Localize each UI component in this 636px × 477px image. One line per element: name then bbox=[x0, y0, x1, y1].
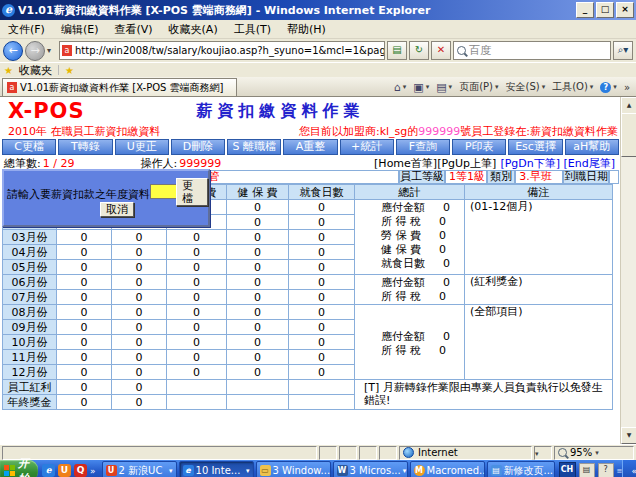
divider bbox=[58, 65, 59, 75]
home-icon: ⌂ bbox=[394, 81, 401, 94]
language-indicator[interactable]: CH bbox=[559, 462, 576, 477]
url-field[interactable]: a http://win2008/tw/salary/koujiao.asp?h… bbox=[59, 41, 385, 60]
taskbar-button-uc[interactable]: U 2 新浪UC▾ bbox=[102, 461, 177, 477]
protected-mode-panel[interactable]: ▾ bbox=[534, 446, 552, 460]
tab-active[interactable]: a V1.01薪資扣繳資料作業 [X-POS 雲端商務網] bbox=[2, 78, 237, 96]
cell-value: 0 bbox=[167, 290, 227, 305]
print-button[interactable]: ▤▾ bbox=[436, 81, 452, 94]
safety-menu-button[interactable]: 安全(S)▾ bbox=[505, 80, 545, 94]
cell-value: 0 bbox=[112, 245, 167, 260]
url-text: http://win2008/tw/salary/koujiao.asp?h_s… bbox=[75, 45, 385, 56]
menu-bar: 文件(F) 编辑(E) 查看(V) 收藏夹(A) 工具(T) 帮助(H) bbox=[0, 20, 636, 39]
confirm-button[interactable]: 更檔 bbox=[176, 178, 208, 206]
taskbar-button-explorer[interactable]: ▭ 3 Window...▾ bbox=[256, 461, 331, 477]
button-resigned-file[interactable]: S 離職檔 bbox=[227, 139, 281, 155]
history-dropdown-icon[interactable]: ▾ bbox=[47, 46, 57, 55]
windows-logo-icon bbox=[4, 465, 15, 476]
function-toolbar: C更檔 T轉錄 U更正 D刪除 S 離職檔 A重整 +統計 F查詢 P印表 Es… bbox=[0, 138, 621, 156]
overflow-chevron-icon[interactable]: » bbox=[624, 82, 630, 93]
add-favorite-icon[interactable]: ★ bbox=[65, 65, 74, 76]
minimize-button[interactable]: _ bbox=[576, 2, 594, 18]
start-button[interactable]: 开始 bbox=[0, 460, 38, 477]
hire-date-label: 到職日期 bbox=[563, 170, 609, 184]
totals-line: 勞 保 費0 bbox=[381, 228, 464, 242]
home-button[interactable]: ⌂▾ bbox=[394, 81, 407, 94]
search-go-button[interactable]: ⌕▾ bbox=[613, 41, 633, 60]
taskbar-button-word[interactable]: W 3 Micros...▾ bbox=[333, 461, 408, 477]
ie-quicklaunch-icon[interactable]: e bbox=[42, 464, 55, 477]
record-count-value: 1 / 29 bbox=[43, 157, 75, 170]
back-icon[interactable]: ← bbox=[3, 41, 23, 61]
restore-button[interactable]: □ bbox=[596, 2, 614, 18]
internet-zone-icon bbox=[403, 447, 414, 458]
menu-view[interactable]: 查看(V) bbox=[106, 22, 160, 37]
button-print[interactable]: P印表 bbox=[452, 139, 506, 155]
scroll-up-icon[interactable]: ▲ bbox=[621, 97, 636, 114]
button-correct[interactable]: U更正 bbox=[115, 139, 169, 155]
tools-menu-button[interactable]: 工具(O)▾ bbox=[552, 80, 593, 94]
qq-quicklaunch-icon[interactable]: Q bbox=[74, 464, 87, 477]
stop-button[interactable]: ✕ bbox=[431, 41, 451, 60]
quick-launch: e U Q » bbox=[38, 464, 100, 477]
totals-line: 所 得 稅0 bbox=[381, 343, 464, 357]
quicklaunch-chevron-icon[interactable]: » bbox=[90, 466, 96, 476]
close-button[interactable]: × bbox=[616, 2, 634, 18]
button-help[interactable]: aH幫助 bbox=[565, 139, 619, 155]
year-input-dialog: 請輸入要薪資扣款之年度資料 更檔 取消 bbox=[2, 169, 210, 227]
button-transfer[interactable]: T轉錄 bbox=[58, 139, 112, 155]
help-tray-icon[interactable]: ? bbox=[598, 463, 614, 477]
cell-value: 0 bbox=[57, 395, 112, 410]
button-change-file[interactable]: C更檔 bbox=[2, 139, 56, 155]
cell-value: 0 bbox=[227, 305, 289, 320]
button-statistics[interactable]: +統計 bbox=[340, 139, 394, 155]
scroll-down-icon[interactable]: ▼ bbox=[621, 427, 636, 444]
vertical-scrollbar[interactable]: ▲ ▼ bbox=[620, 97, 636, 444]
forward-icon[interactable]: → bbox=[25, 41, 45, 61]
totals-cell: 應付金額0所 得 稅0 bbox=[355, 275, 465, 305]
button-delete[interactable]: D刪除 bbox=[171, 139, 225, 155]
cell-value: 0 bbox=[112, 305, 167, 320]
bonus-label: 年終獎金 bbox=[3, 395, 57, 410]
search-input[interactable]: 百度 bbox=[453, 41, 611, 60]
month-label: 03月份 bbox=[3, 230, 57, 245]
menu-edit[interactable]: 编辑(E) bbox=[53, 22, 107, 37]
login-employee-no: 999999 bbox=[418, 125, 460, 138]
cancel-button[interactable]: 取消 bbox=[100, 202, 134, 217]
taskbar-button-page[interactable]: ▤ 新修改页... bbox=[487, 461, 555, 477]
help-button[interactable]: ?▾ bbox=[600, 82, 617, 93]
menu-favorites[interactable]: 收藏夹(A) bbox=[161, 22, 226, 37]
nav-keys-pgdn-end[interactable]: [PgDn下筆] [End尾筆] bbox=[500, 156, 615, 171]
page-menu-button[interactable]: 页面(P)▾ bbox=[459, 80, 498, 94]
taskbar-button-ie[interactable]: e 10 Inte...▾ bbox=[179, 461, 254, 477]
remark-cell: (01-12個月) bbox=[465, 200, 613, 275]
cell-value: 0 bbox=[167, 305, 227, 320]
tray-collapse-icon[interactable]: « bbox=[631, 466, 636, 476]
refresh-button[interactable]: ↻ bbox=[409, 41, 429, 60]
button-query[interactable]: F查詢 bbox=[396, 139, 450, 155]
printer-tray-icon[interactable]: ▤ bbox=[579, 463, 595, 477]
cell-value: 0 bbox=[167, 230, 227, 245]
month-label: 08月份 bbox=[3, 305, 57, 320]
cell-value: 0 bbox=[227, 365, 289, 380]
taskbar-button-macromedia[interactable]: M Macromed... bbox=[410, 461, 485, 477]
zoom-level: 95% bbox=[570, 447, 592, 458]
zoom-control[interactable]: 95% ▾ bbox=[554, 446, 634, 460]
window-title: V1.01薪資扣繳資料作業 [X-POS 雲端商務網] - Windows In… bbox=[18, 3, 574, 18]
cell-value bbox=[289, 395, 355, 410]
feeds-button[interactable]: ▣▾ bbox=[413, 81, 429, 94]
button-esc-select[interactable]: Esc選擇 bbox=[508, 139, 562, 155]
nav-keys-home-pgup[interactable]: [Home首筆][PgUp上筆] bbox=[374, 156, 496, 171]
column-header: 健 保 費 bbox=[227, 185, 289, 200]
button-rebuild[interactable]: A重整 bbox=[283, 139, 337, 155]
menu-help[interactable]: 帮助(H) bbox=[279, 22, 334, 37]
scrollbar-thumb[interactable] bbox=[621, 113, 636, 157]
help-icon: ? bbox=[600, 82, 611, 93]
favorites-label[interactable]: 收藏夹 bbox=[19, 63, 52, 78]
compatibility-button[interactable]: ▤ bbox=[387, 41, 407, 60]
menu-tools[interactable]: 工具(T) bbox=[226, 22, 279, 37]
group-dropdown-icon: ▾ bbox=[169, 467, 173, 475]
table-row: 08月份00000應付金額0所 得 稅0(全部項目) bbox=[3, 305, 613, 320]
uc-quicklaunch-icon[interactable]: U bbox=[58, 464, 71, 477]
browser-window: e V1.01薪資扣繳資料作業 [X-POS 雲端商務網] - Windows … bbox=[0, 0, 636, 477]
menu-file[interactable]: 文件(F) bbox=[0, 22, 53, 37]
